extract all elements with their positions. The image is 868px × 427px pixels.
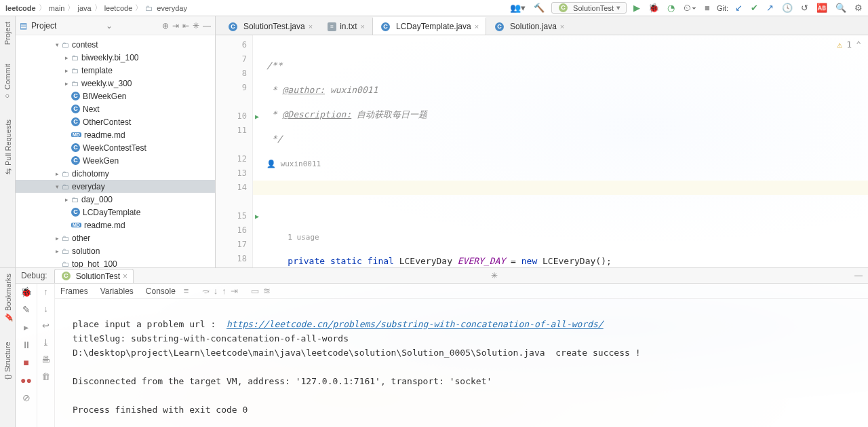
tree-arrow-icon[interactable]: ▾ [54,183,60,190]
tree-row[interactable]: ▸🗀biweekly.bi_100 [16,51,215,64]
tree-arrow-icon[interactable]: ▸ [54,170,60,177]
soft-wrap-icon[interactable]: ↩ [42,320,50,331]
collapse-all-icon[interactable]: ⇤ [182,21,189,31]
hammer-build-icon[interactable]: 🔨 [532,3,546,13]
coverage-icon[interactable]: ◔ [666,3,676,13]
close-icon[interactable]: × [361,22,365,31]
rail-bookmarks[interactable]: 🔖Bookmarks [3,274,12,322]
git-commit-icon[interactable]: ✔ [749,3,760,13]
stop-icon[interactable]: ■ [703,3,711,13]
down-icon[interactable]: ↓ [43,303,48,314]
tree-row[interactable]: CWeekGen [16,154,215,167]
tree-row[interactable]: ▸🗀weekly.w_300 [16,77,215,90]
close-icon[interactable]: × [309,22,313,31]
settings-icon[interactable]: ✳ [193,21,199,31]
crumb-1[interactable]: main [47,4,66,12]
stop2-icon[interactable]: ■ [23,357,28,368]
run-config-selector[interactable]: C SolutionTest ▾ [551,2,627,14]
tree-arrow-icon[interactable]: ▾ [54,41,60,48]
rerun-icon[interactable]: 🐞 [20,286,32,297]
close-icon[interactable]: × [123,272,127,281]
console-output[interactable]: place input a problem url : https://leet… [73,303,861,424]
rail-project[interactable]: Project [3,22,12,45]
tree-arrow-icon[interactable]: ▸ [63,196,70,203]
debug-settings-icon[interactable]: ✳ [491,271,498,280]
locate-icon[interactable]: ⊕ [162,21,169,31]
tree-row[interactable]: ▸🗀other [16,231,215,244]
rail-pull-requests[interactable]: ⇆Pull Requests [3,119,12,174]
chevron-down-icon[interactable]: ⌄ [106,21,113,31]
close-icon[interactable]: × [475,22,479,31]
mute-breakpoints-icon[interactable]: ⊘ [22,392,31,403]
crumb-4[interactable]: everyday [155,4,189,12]
crumb-3[interactable]: leetcode [103,4,134,12]
tree-arrow-icon[interactable]: ▸ [63,54,70,61]
step-into-icon[interactable]: ↓ [214,286,218,296]
add-user-icon[interactable]: 👥▾ [509,3,527,13]
code-editor[interactable]: 6789101112131415161718 ▶▶ /** * @author:… [216,35,868,267]
code-body[interactable]: /** * @author: wuxin0011 * @Description:… [253,35,868,267]
resume-icon[interactable]: ▸ [24,322,28,333]
tree-row[interactable]: ▸🗀solution [16,244,215,257]
inspection-widget[interactable]: ⚠ 1 ⌃ [837,39,861,50]
tree-row[interactable]: ▾🗀everyday [16,180,215,193]
tree-row[interactable]: MDreadme.md [16,219,215,231]
git-pull-icon[interactable]: ↙ [734,3,744,13]
rail-commit[interactable]: ○Commit [3,64,12,100]
clear-icon[interactable]: 🗑 [41,371,50,382]
project-title[interactable]: Project [31,21,56,31]
tree-row[interactable]: ▸🗀dichotomy [16,167,215,180]
modify-run-icon[interactable]: ✎ [22,304,31,315]
rail-structure[interactable]: {}Structure [3,341,12,379]
profile-icon[interactable]: ⏲▾ [682,3,698,13]
tree-row[interactable]: ▸🗀day_000 [16,193,215,206]
tree-arrow-icon[interactable]: ▸ [63,80,70,87]
crumb-0[interactable]: leetcode [4,4,37,12]
expand-all-icon[interactable]: ⇥ [172,21,179,31]
tree-arrow-icon[interactable]: ▸ [54,235,60,242]
editor-tab[interactable]: CSolutionTest.java× [220,18,320,35]
tree-row[interactable]: COtherContest [16,115,215,128]
layout-icon[interactable]: ≡ [184,286,189,296]
run-to-cursor-icon[interactable]: ⇥ [231,286,238,296]
step-over-icon[interactable]: ⤼ [202,286,210,296]
step-out-icon[interactable]: ↑ [222,286,226,296]
debug-icon[interactable]: 🐞 [647,3,660,13]
editor-tab[interactable]: CLCDayTemplate.java× [372,17,486,35]
debug-hide-icon[interactable]: — [854,271,863,280]
subtab-console[interactable]: Console [146,286,176,296]
subtab-variables[interactable]: Variables [100,286,134,296]
tree-row[interactable]: CLCDayTemplate [16,206,215,219]
tree-row[interactable]: CBIWeekGen [16,90,215,103]
tree-row[interactable]: ▾🗀contest [16,38,215,51]
console-link[interactable]: https://leetcode.cn/problems/substring-w… [226,319,604,329]
hide-icon[interactable]: — [203,21,211,31]
tree-row[interactable]: CNext [16,103,215,115]
tree-row[interactable]: CWeekContestTest [16,141,215,154]
translate-icon[interactable]: 🆎 [815,3,829,13]
tree-row[interactable]: MDreadme.md [16,128,215,141]
view-breakpoints-icon[interactable]: ●● [20,375,32,386]
git-history-icon[interactable]: 🕓 [781,3,794,13]
print-icon[interactable]: 🖶 [41,354,50,365]
tree-row[interactable]: ▸🗀template [16,64,215,77]
run-icon[interactable]: ▶ [632,3,642,13]
tree-arrow-icon[interactable]: ▸ [63,67,70,74]
trace-icon[interactable]: ≋ [263,286,271,296]
project-tree[interactable]: ▾🗀contest▸🗀biweekly.bi_100▸🗀template▸🗀we… [16,35,215,267]
up-icon[interactable]: ↑ [43,286,48,297]
crumb-2[interactable]: java [76,4,92,12]
debug-session-tab[interactable]: C SolutionTest × [54,269,134,283]
tree-arrow-icon[interactable]: ▸ [54,248,60,255]
scroll-end-icon[interactable]: ⤓ [42,337,50,348]
subtab-frames[interactable]: Frames [60,286,88,296]
editor-tab[interactable]: ≡in.txt× [320,18,372,35]
settings-icon[interactable]: ⚙ [853,3,864,13]
git-revert-icon[interactable]: ↺ [800,3,810,13]
close-icon[interactable]: × [560,22,564,31]
tree-row[interactable]: 🗀top_hot_100 [16,257,215,267]
editor-tab[interactable]: CSolution.java× [486,18,572,35]
evaluate-icon[interactable]: ▭ [251,286,259,296]
search-icon[interactable]: 🔍 [834,3,848,13]
git-push-icon[interactable]: ↗ [765,3,775,13]
